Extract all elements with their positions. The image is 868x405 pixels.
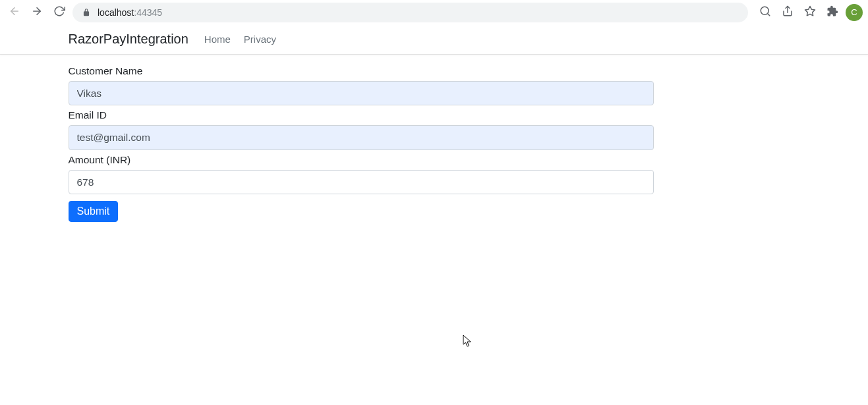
nav-link-home[interactable]: Home — [199, 28, 236, 50]
arrow-right-icon — [31, 5, 43, 19]
extensions-button[interactable] — [823, 3, 842, 22]
share-icon — [782, 5, 794, 19]
lock-icon — [82, 8, 91, 17]
back-button[interactable] — [5, 3, 24, 22]
arrow-left-icon — [9, 5, 20, 19]
submit-button[interactable]: Submit — [69, 201, 119, 222]
zoom-button[interactable] — [756, 3, 774, 22]
browser-toolbar-right: C — [756, 3, 863, 22]
svg-line-3 — [767, 13, 769, 15]
amount-input[interactable] — [69, 170, 654, 194]
zoom-icon — [759, 5, 771, 19]
browser-toolbar: localhost:44345 C — [0, 0, 868, 24]
email-label: Email ID — [69, 109, 800, 121]
profile-avatar[interactable]: C — [846, 4, 863, 21]
reload-button[interactable] — [50, 3, 69, 22]
forward-button[interactable] — [28, 3, 46, 22]
bookmark-button[interactable] — [801, 3, 819, 22]
app-navbar: RazorPayIntegration Home Privacy — [0, 24, 868, 55]
share-button[interactable] — [778, 3, 797, 22]
url-text: localhost:44345 — [98, 7, 162, 18]
reload-icon — [53, 5, 65, 19]
url-host: localhost — [98, 7, 134, 18]
navbar-brand[interactable]: RazorPayIntegration — [69, 32, 188, 47]
email-input[interactable] — [69, 125, 654, 149]
avatar-initial: C — [851, 7, 857, 17]
svg-marker-5 — [805, 7, 815, 16]
url-port: :44345 — [134, 7, 162, 18]
star-icon — [804, 5, 816, 19]
nav-link-privacy[interactable]: Privacy — [239, 28, 281, 50]
customer-name-label: Customer Name — [69, 65, 800, 77]
main-content: Customer Name Email ID Amount (INR) Subm… — [59, 55, 810, 232]
puzzle-icon — [826, 5, 838, 19]
amount-label: Amount (INR) — [69, 154, 800, 166]
payment-form: Customer Name Email ID Amount (INR) Subm… — [69, 65, 800, 222]
customer-name-input[interactable] — [69, 81, 654, 105]
address-bar[interactable]: localhost:44345 — [72, 3, 748, 22]
